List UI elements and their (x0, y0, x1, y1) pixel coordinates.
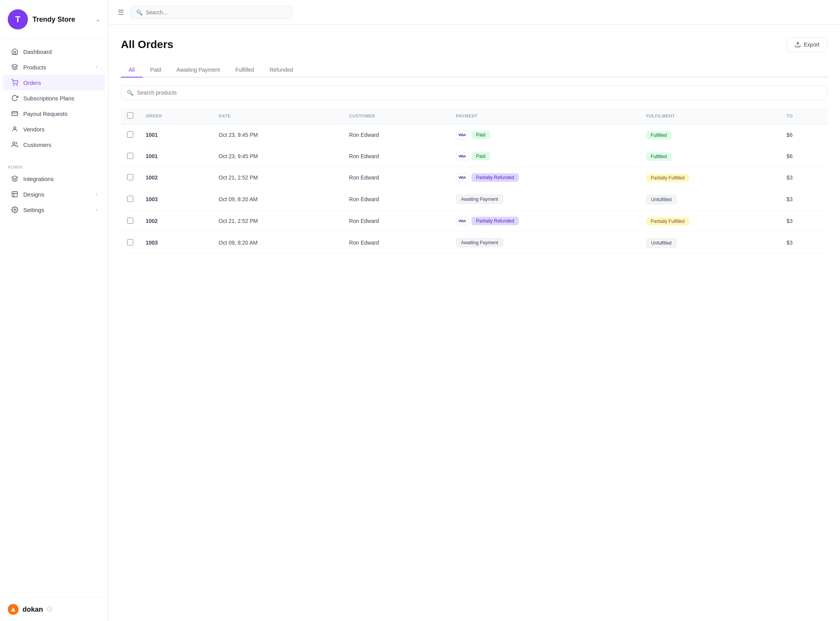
search-products-icon: 🔍 (127, 90, 133, 96)
sidebar-item-payout[interactable]: Payout Requests (3, 106, 105, 121)
export-icon (795, 41, 801, 48)
row-checkbox[interactable] (127, 131, 133, 138)
sidebar-item-customers[interactable]: Customers (3, 137, 105, 152)
customer-name: Ron Edward (343, 167, 450, 188)
sidebar-item-products[interactable]: Products › (3, 59, 105, 75)
date-column-header: DATE (212, 108, 343, 124)
sidebar-item-label: Subscriptions Plans (23, 95, 74, 102)
sidebar-item-orders[interactable]: Orders (3, 75, 105, 90)
order-number: 1003 (139, 232, 212, 254)
table-header-row: ORDER DATE CUSTOMER PAYMENT FULFILMENT T… (121, 108, 828, 124)
chevron-right-icon: › (96, 191, 97, 197)
sidebar-item-subscriptions[interactable]: Subscriptions Plans (3, 90, 105, 106)
people-icon (11, 141, 19, 148)
main-area: ☰ 🔍 All Orders Export All Paid Awaiting … (108, 0, 840, 621)
tab-paid[interactable]: Paid (143, 63, 169, 78)
dokan-brand-name: dokan (22, 605, 43, 614)
row-checkbox[interactable] (127, 174, 133, 180)
sidebar-item-dashboard[interactable]: Dashboard (3, 44, 105, 59)
order-total: $3 (780, 188, 828, 210)
sidebar-item-label: Products (23, 64, 46, 71)
payment-column-header: PAYMENT (450, 108, 640, 124)
admin-section-label: Admin (0, 162, 108, 171)
search-icon: 🔍 (136, 9, 143, 16)
table-row[interactable]: 1002Oct 21, 2:52 PMRon EdwardVISAPartial… (121, 210, 828, 232)
page-header: All Orders Export (121, 37, 828, 52)
info-icon[interactable]: ⓘ (47, 606, 52, 613)
table-row[interactable]: 1001Oct 23, 9:45 PMRon EdwardVISAPaidFul… (121, 146, 828, 167)
payment-badge: Partially Refunded (472, 173, 519, 182)
fulfillment-status: Unfulfilled (640, 188, 781, 210)
select-all-column (121, 108, 139, 124)
top-header: ☰ 🔍 (108, 0, 840, 25)
layers-icon (11, 175, 19, 183)
order-total: $3 (780, 232, 828, 254)
page-title: All Orders (121, 38, 173, 51)
menu-icon[interactable]: ☰ (118, 8, 124, 17)
design-icon (11, 190, 19, 198)
orders-table: ORDER DATE CUSTOMER PAYMENT FULFILMENT T… (121, 108, 828, 254)
customer-name: Ron Edward (343, 146, 450, 167)
payment-badge: Awaiting Payment (456, 238, 503, 247)
table-row[interactable]: 1003Oct 09, 8:20 AMRon EdwardAwaiting Pa… (121, 188, 828, 210)
chevron-down-icon: ⌄ (96, 16, 100, 22)
page-content: All Orders Export All Paid Awaiting Paym… (108, 25, 840, 621)
tab-awaiting-payment[interactable]: Awaiting Payment (169, 63, 228, 78)
sidebar-header[interactable]: T Trendy Store ⌄ (0, 0, 108, 39)
sidebar-item-label: Designs (23, 191, 44, 198)
search-input[interactable] (146, 9, 287, 16)
export-button[interactable]: Export (787, 37, 828, 52)
sidebar-footer: dokan ⓘ (0, 597, 108, 621)
customer-name: Ron Edward (343, 124, 450, 146)
order-date: Oct 21, 2:52 PM (212, 210, 343, 232)
export-label: Export (804, 41, 819, 48)
customer-name: Ron Edward (343, 232, 450, 254)
sidebar-item-label: Integrations (23, 176, 53, 182)
row-checkbox[interactable] (127, 217, 133, 224)
order-date: Oct 09, 8:20 AM (212, 232, 343, 254)
svg-point-9 (14, 209, 16, 211)
order-date: Oct 23, 9:45 PM (212, 124, 343, 146)
order-total: $3 (780, 210, 828, 232)
tab-refunded[interactable]: Refunded (262, 63, 301, 78)
payment-badge: Paid (472, 131, 490, 139)
table-row[interactable]: 1002Oct 21, 2:52 PMRon EdwardVISAPartial… (121, 167, 828, 188)
order-total: $6 (780, 124, 828, 146)
global-search-bar[interactable]: 🔍 (130, 6, 293, 19)
order-number: 1003 (139, 188, 212, 210)
order-column-header: ORDER (139, 108, 212, 124)
sidebar-item-label: Orders (23, 79, 41, 86)
payment-status: Awaiting Payment (450, 188, 640, 210)
sidebar-item-vendors[interactable]: Vendors (3, 121, 105, 137)
table-row[interactable]: 1001Oct 23, 9:45 PMRon EdwardVISAPaidFul… (121, 124, 828, 146)
sidebar-item-integrations[interactable]: Integrations (3, 171, 105, 186)
search-products-bar[interactable]: 🔍 (121, 85, 828, 100)
fulfillment-status: Fulfilled (640, 146, 781, 167)
svg-marker-0 (12, 64, 18, 67)
cart-icon (11, 79, 19, 86)
sidebar-item-settings[interactable]: Settings › (3, 202, 105, 217)
payment-status: VISAPartially Refunded (450, 167, 640, 188)
fulfillment-badge: Fulfilled (646, 152, 671, 161)
svg-point-6 (13, 142, 15, 144)
order-number: 1002 (139, 167, 212, 188)
sidebar-item-label: Settings (23, 207, 44, 213)
table-row[interactable]: 1003Oct 09, 8:20 AMRon EdwardAwaiting Pa… (121, 232, 828, 254)
visa-icon: VISA (456, 131, 468, 139)
payment-badge: Paid (472, 152, 490, 160)
fulfilment-column-header: FULFILMENT (640, 108, 781, 124)
fulfillment-badge: Unfulfilled (646, 195, 677, 204)
search-products-input[interactable] (137, 90, 822, 96)
customer-name: Ron Edward (343, 210, 450, 232)
sidebar-item-designs[interactable]: Designs › (3, 186, 105, 202)
home-icon (11, 48, 19, 55)
row-checkbox[interactable] (127, 153, 133, 159)
tab-fulfilled[interactable]: Fulfilled (227, 63, 262, 78)
tab-all[interactable]: All (121, 63, 143, 78)
select-all-checkbox[interactable] (127, 112, 133, 119)
refresh-icon (11, 94, 19, 102)
row-checkbox[interactable] (127, 196, 133, 202)
row-checkbox[interactable] (127, 239, 133, 245)
payment-status: VISAPaid (450, 146, 640, 167)
store-name-label: Trendy Store (33, 16, 75, 24)
